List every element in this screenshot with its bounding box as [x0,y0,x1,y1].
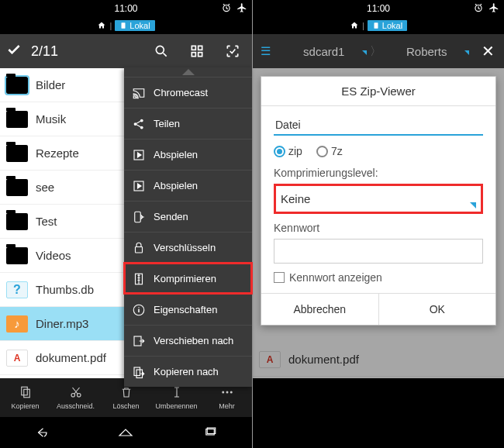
nav-home-button[interactable] [114,425,137,440]
file-name: Thumbs.db [36,283,94,296]
phone-left: 11:00 | Lokal 2/11 BilderMusikRezeptesee… [0,0,252,448]
compression-level-select[interactable]: Keine [274,184,483,214]
folder-icon [6,145,28,162]
selection-count: 2/11 [31,43,58,60]
zip-dialog: ES Zip-Viewer zip 7z Komprimierungslevel… [261,76,496,326]
phone-right: 11:00 | Lokal ☰ sdcard1 〉 Roberts ✕ A do… [252,0,504,448]
play-icon [132,148,146,162]
menu-item-cast[interactable]: Chromecast [124,77,252,108]
hamburger-icon[interactable]: ☰ [253,44,278,58]
menu-item-lock[interactable]: Verschlüsseln [124,232,252,263]
airplane-icon [236,2,247,16]
info-icon [132,303,146,317]
radio-zip[interactable]: zip [274,145,302,157]
location-bar: | Lokal [0,17,252,34]
folder-icon [6,111,28,128]
svg-point-7 [134,122,137,126]
menu-label: Verschieben nach [154,335,233,346]
password-input[interactable] [274,239,483,264]
selection-bar: 2/11 [0,34,252,68]
nav-bar [0,417,252,448]
svg-point-24 [226,391,228,394]
rename-icon [170,385,184,401]
nav-recent-button[interactable] [198,425,222,440]
file-name: Rezepte [36,146,79,160]
svg-rect-6 [198,53,202,57]
ok-button[interactable]: OK [378,294,496,325]
svg-rect-3 [192,46,195,50]
file-name: Diner.mp3 [36,317,88,330]
action-label: Löschen [112,402,139,410]
menu-label: Abspielen [154,180,198,191]
menu-item-share[interactable]: Teilen [124,108,252,139]
breadcrumb-bar: ☰ sdcard1 〉 Roberts ✕ [253,34,504,68]
check-icon[interactable] [6,42,22,61]
password-label: Kennwort [274,222,483,234]
menu-label: Teilen [154,118,180,129]
sd-icon [372,22,380,29]
show-password-checkbox[interactable]: Kennwort anzeigen [274,271,483,284]
radio-7z[interactable]: 7z [316,145,343,157]
action-copy[interactable]: Kopieren [0,378,50,417]
menu-item-zip[interactable]: Komprimieren [124,263,252,294]
menu-label: Kopieren nach [154,366,219,377]
cut-icon [69,385,83,401]
action-label: Ausschneid. [57,402,95,410]
folder-icon [6,77,28,94]
file-name: Bilder [36,78,65,91]
location-chip[interactable]: Lokal [115,20,154,31]
svg-rect-12 [135,212,141,222]
folder-icon [6,179,28,196]
file-name: dokument.pdf [36,351,106,364]
grid-toolbar-button[interactable] [184,38,210,64]
pdf-icon: A [6,350,28,367]
file-name: Musik [36,112,66,126]
status-bar: 11:00 [0,0,252,17]
menu-item-play[interactable]: Abspielen [124,139,252,170]
play-icon [132,179,146,193]
menu-item-move[interactable]: Verschieben nach [124,325,252,356]
menu-label: Eigenschaften [154,304,217,315]
svg-point-2 [156,46,164,53]
nav-back-button[interactable] [30,425,54,440]
filename-input[interactable] [274,115,483,136]
home-icon [97,21,106,30]
svg-point-25 [230,391,232,394]
menu-caret-icon [124,67,252,77]
share-icon [132,117,146,131]
alarm-icon [221,2,232,16]
location-bar: | Lokal [253,17,504,34]
action-cut[interactable]: Ausschneid. [50,378,101,417]
crumb-folder[interactable]: Roberts [381,45,473,58]
svg-rect-20 [23,389,29,398]
thumbs-icon: ? [6,281,28,298]
status-bar: 11:00 [253,0,504,17]
location-chip[interactable]: Lokal [368,20,407,31]
svg-point-23 [222,391,224,394]
alarm-icon [473,2,484,16]
svg-point-8 [140,119,143,122]
cast-icon [132,86,146,100]
svg-rect-29 [374,22,378,29]
menu-item-play[interactable]: Abspielen [124,170,252,201]
svg-rect-1 [122,22,126,29]
search-toolbar-button[interactable] [148,38,174,64]
status-time: 11:00 [367,3,390,14]
svg-rect-4 [198,46,202,50]
svg-rect-17 [134,367,140,376]
close-button[interactable]: ✕ [472,42,504,60]
send-icon [132,210,146,224]
cancel-button[interactable]: Abbrechen [261,294,378,325]
move-icon [132,334,146,348]
mp3-icon: ♪ [6,315,28,333]
more-icon [220,385,234,401]
folder-icon [6,247,28,264]
crumb-sdcard[interactable]: sdcard1 [278,45,370,58]
sd-icon [119,22,127,29]
menu-item-send[interactable]: Senden [124,201,252,232]
menu-label: Komprimieren [154,273,216,284]
compression-level-label: Komprimierungslevel: [274,167,483,179]
menu-item-info[interactable]: Eigenschaften [124,294,252,325]
select-all-button[interactable] [219,38,246,64]
menu-item-copyto[interactable]: Kopieren nach [124,356,252,387]
